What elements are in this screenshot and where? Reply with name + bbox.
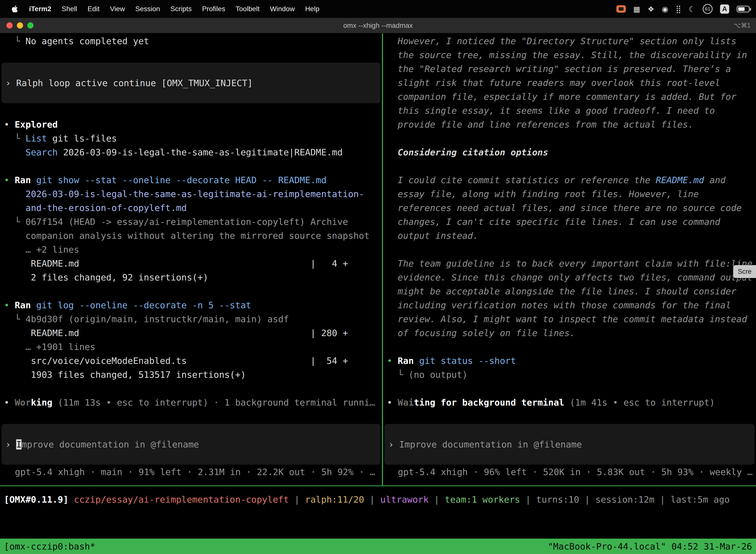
menu-session[interactable]: Session xyxy=(130,5,165,13)
text-segment: • xyxy=(4,119,15,129)
text-segment: team:1 workers xyxy=(445,494,520,505)
terminal-line: └ List git ls-files xyxy=(0,131,382,146)
text-segment: git log --oneline --decorate -n 5 --stat xyxy=(36,300,251,310)
bottom-terminal-pane[interactable]: [OMX#0.11.9] cczip/essay/ai-reimplementa… xyxy=(0,486,756,539)
text-segment: 4b9d30f (origin/main, instructkr/main, m… xyxy=(25,314,289,324)
blank-line xyxy=(0,284,382,298)
text-segment: I xyxy=(16,439,21,449)
text-segment: git show --stat --oneline --decorate HEA… xyxy=(36,175,326,185)
menu-iterm2[interactable]: iTerm2 xyxy=(24,5,57,13)
text-segment: README.md xyxy=(656,175,704,185)
right-terminal-pane[interactable]: However, I noticed the "Directory Struct… xyxy=(383,33,756,486)
blank-line xyxy=(0,159,382,173)
terminal-line: README.md | 280 + xyxy=(0,326,382,340)
text-segment: provide file and line references from th… xyxy=(387,119,693,129)
text-segment: • xyxy=(387,356,397,366)
terminal-line: • Waiting for background terminal (1m 41… xyxy=(383,396,756,409)
text-segment: review. Also, I might want to inspect th… xyxy=(387,314,747,324)
battery-fill xyxy=(738,7,745,11)
text-segment: (1m 41s • esc to interrupt) xyxy=(564,397,715,407)
terminal-line: … +2 lines xyxy=(0,243,382,257)
window-title-bar: omx --xhigh --madmax ⌥⌘1 xyxy=(0,18,756,33)
window-grid-icon[interactable]: ▦ xyxy=(633,5,640,13)
text-segment: 1903 files changed, 513517 insertions(+) xyxy=(4,370,246,380)
menu-items: iTerm2ShellEditViewSessionScriptsProfile… xyxy=(24,5,325,13)
text-segment: Ralph loop active continue [OMX_TMUX_INJ… xyxy=(16,78,253,88)
terminal-line: this single essay, it seems like a good … xyxy=(383,104,756,118)
blank-line xyxy=(0,409,382,424)
screen-recording-indicator[interactable] xyxy=(616,5,626,13)
text-segment: Search xyxy=(25,147,58,157)
menu-profiles[interactable]: Profiles xyxy=(197,5,231,13)
menu-shell[interactable]: Shell xyxy=(57,5,82,13)
terminal-line: However, I noticed the "Directory Struct… xyxy=(383,34,756,48)
menu-help[interactable]: Help xyxy=(300,5,325,13)
zoom-button[interactable] xyxy=(27,22,34,29)
terminal-line: └ (no output) xyxy=(383,368,756,382)
terminal-line: └ 4b9d30f (origin/main, instructkr/main,… xyxy=(0,312,382,326)
terminal-line: output instead. xyxy=(383,229,756,243)
text-segment: | xyxy=(579,494,595,505)
omx-status-line: [OMX#0.11.9] cczip/essay/ai-reimplementa… xyxy=(0,493,756,507)
apple-menu[interactable] xyxy=(6,5,24,13)
moon-app-icon[interactable]: ☾ xyxy=(689,5,695,13)
sparkle-app-icon[interactable]: ❖ xyxy=(648,5,654,13)
text-segment: • xyxy=(4,175,15,185)
apps-grid-icon[interactable]: ⣿ xyxy=(676,5,681,13)
text-segment: 2026-03-09-is-legal-the-same-as-legitima… xyxy=(25,189,364,199)
terminal-line: └ No agents completed yet xyxy=(0,34,382,48)
tmux-status-bar: [omx-cczip0:bash* "MacBook-Pro-44.local"… xyxy=(0,539,756,554)
left-prompt-input[interactable]: › Improve documentation in @filename xyxy=(1,424,380,465)
text-segment: • xyxy=(387,397,397,407)
text-segment: src/voice/voiceModeEnabled.ts | 54 + xyxy=(4,356,348,366)
text-segment: git ls-files xyxy=(47,133,117,144)
input-source-icon[interactable]: A xyxy=(720,4,729,14)
text-segment xyxy=(4,147,25,157)
text-segment: Wor xyxy=(15,397,31,407)
blank-line xyxy=(383,159,756,173)
tmux-session-window-label[interactable]: [omx-cczip0:bash* xyxy=(4,541,95,552)
text-segment: gpt-5.4 xhigh · main · 91% left · 2.31M … xyxy=(15,467,375,477)
text-segment: last:5m ago xyxy=(671,494,730,505)
text-segment: 067f154 (HEAD -> essay/ai-reimplementati… xyxy=(25,217,348,227)
menu-view[interactable]: View xyxy=(105,5,130,13)
text-segment: └ xyxy=(4,217,25,227)
right-prompt-input[interactable]: › Improve documentation in @filename xyxy=(384,424,755,465)
left-session-status: gpt-5.4 xhigh · main · 91% left · 2.31M … xyxy=(0,465,382,479)
menu-toolbelt[interactable]: Toolbelt xyxy=(231,5,265,13)
text-segment: Wai xyxy=(397,397,414,407)
close-button[interactable] xyxy=(6,22,13,29)
minimize-button[interactable] xyxy=(17,22,23,29)
text-segment: including verification notes with those … xyxy=(387,300,731,310)
traffic-lights xyxy=(6,22,34,29)
prompt-caret: › xyxy=(388,439,399,449)
text-segment: essay file, along with finding root file… xyxy=(387,189,699,199)
left-terminal-pane[interactable]: └ No agents completed yet› Ralph loop ac… xyxy=(0,33,382,486)
text-segment: of focusing solely on file lines. xyxy=(387,328,575,338)
text-segment: output instead. xyxy=(387,231,478,241)
terminal-line: The team guideline is to back every impo… xyxy=(383,257,756,271)
text-segment: this single essay, it seems like a good … xyxy=(387,106,715,116)
terminal-line: • Ran git log --oneline --decorate -n 5 … xyxy=(0,298,382,312)
menu-window[interactable]: Window xyxy=(265,5,300,13)
battery-icon[interactable] xyxy=(737,6,750,12)
menu-edit[interactable]: Edit xyxy=(82,5,105,13)
text-segment: (no output) xyxy=(408,370,467,380)
ralph-inject-banner[interactable]: › Ralph loop active continue [OMX_TMUX_I… xyxy=(1,63,380,103)
menu-scripts[interactable]: Scripts xyxy=(165,5,197,13)
apple-icon xyxy=(11,5,19,13)
text-segment: The team guideline is to back every impo… xyxy=(387,258,753,269)
battery-percent-badge[interactable]: 61 xyxy=(703,4,712,14)
terminal-line: └ 067f154 (HEAD -> essay/ai-reimplementa… xyxy=(0,215,382,229)
target-app-icon[interactable]: ◉ xyxy=(662,5,668,13)
text-segment: king xyxy=(31,397,52,407)
terminal-line: the source tree, missing the essay. Stil… xyxy=(383,48,756,62)
text-segment: ting for background terminal xyxy=(414,397,564,407)
text-segment: gpt-5.4 xhigh · 96% left · 520K in · 5.8… xyxy=(398,467,753,477)
text-segment xyxy=(414,356,419,366)
terminal-line: • Explored xyxy=(0,118,382,131)
blank-line xyxy=(383,243,756,257)
text-segment: | xyxy=(289,494,305,505)
right-session-status: gpt-5.4 xhigh · 96% left · 520K in · 5.8… xyxy=(383,465,756,479)
text-segment: However, I noticed the "Directory Struct… xyxy=(387,36,737,46)
